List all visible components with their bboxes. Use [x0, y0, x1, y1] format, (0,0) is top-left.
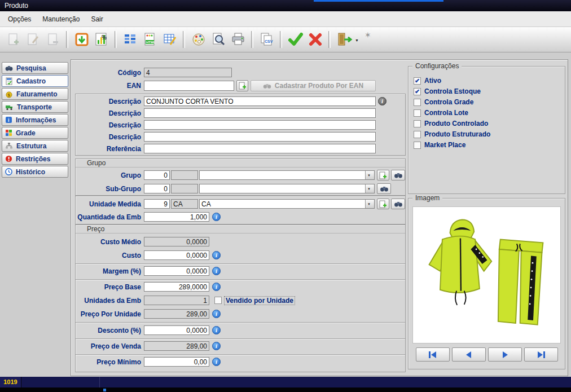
info-icon[interactable] — [212, 310, 221, 318]
confirm-icon[interactable] — [286, 30, 305, 50]
percent-report-icon[interactable]: % — [91, 30, 111, 50]
descricao-info-icon[interactable] — [378, 97, 386, 105]
toolbar-separator — [115, 31, 117, 48]
info-icon[interactable] — [212, 267, 221, 275]
checkbox-produto-controlado[interactable] — [414, 120, 421, 127]
menu-manutencao[interactable]: Manutenção — [37, 13, 85, 25]
sidebar-item-transporte[interactable]: Transporte — [2, 101, 68, 113]
unidade-code-field — [171, 199, 198, 209]
info-icon[interactable] — [212, 283, 221, 291]
info-icon[interactable] — [212, 326, 221, 334]
descricao1-label: Descrição — [73, 97, 141, 106]
subgrupo-combo[interactable] — [199, 184, 375, 193]
subgrupo-search-button[interactable] — [377, 183, 391, 194]
truck-icon — [5, 104, 14, 111]
dropdown-arrow-icon[interactable] — [365, 200, 374, 208]
dropdown-arrow-icon[interactable] — [365, 184, 374, 193]
preco-base-input[interactable] — [144, 282, 209, 292]
csv-copy-icon[interactable]: CSV — [257, 30, 276, 50]
exit-dropdown-caret-icon[interactable] — [355, 36, 359, 43]
info-icon[interactable] — [212, 342, 221, 350]
ean-input[interactable] — [144, 81, 234, 91]
descricao4-input[interactable] — [144, 132, 376, 142]
separator-line — [76, 263, 405, 265]
image-last-button[interactable] — [524, 347, 558, 362]
checkbox-controla-grade[interactable] — [414, 99, 421, 106]
referencia-input[interactable] — [144, 144, 376, 153]
new-record-icon[interactable] — [3, 30, 23, 50]
html-export-icon[interactable]: HTML — [140, 30, 160, 50]
dropdown-arrow-icon[interactable] — [365, 171, 374, 179]
grupo-search-button[interactable] — [391, 170, 405, 180]
cadastrar-por-ean-label: Cadastrar Produto Por EAN — [275, 82, 363, 90]
cancel-icon[interactable] — [305, 30, 325, 50]
menu-bar: Opções Manutenção Sair — [0, 11, 571, 27]
preco-minimo-label: Preço Mínimo — [73, 358, 141, 367]
sidebar-item-grade[interactable]: Grade — [2, 127, 68, 139]
unidade-num-input[interactable] — [144, 199, 170, 209]
printer-icon[interactable] — [228, 30, 248, 50]
save-import-icon[interactable] — [72, 30, 91, 50]
separator-line — [76, 322, 405, 323]
unidade-combo[interactable]: CA — [199, 199, 375, 209]
margem-label: Margem (%) — [73, 267, 141, 276]
image-first-button[interactable] — [416, 347, 450, 362]
subgrupo-num-input[interactable] — [144, 184, 170, 193]
grupo-num-input[interactable] — [144, 170, 170, 180]
margem-input[interactable] — [144, 266, 209, 276]
custo-medio-input — [144, 237, 209, 246]
info-icon[interactable] — [212, 251, 221, 259]
sidebar-item-pesquisa[interactable]: Pesquisa — [2, 62, 68, 74]
delete-record-icon[interactable] — [43, 30, 63, 50]
ean-lookup-button[interactable] — [236, 80, 248, 91]
ean-label: EAN — [73, 81, 141, 90]
grupo-combo[interactable] — [199, 170, 375, 180]
sidebar-item-label: Pesquisa — [16, 64, 46, 72]
checkbox-produto-estruturado[interactable] — [414, 131, 421, 138]
sidebar-item-historico[interactable]: Histórico — [2, 166, 68, 178]
grid-edit-icon[interactable] — [160, 30, 179, 50]
unidade-new-button[interactable] — [377, 199, 389, 209]
grupo-new-button[interactable] — [377, 170, 389, 180]
sidebar-item-label: Cadastro — [16, 77, 46, 85]
sidebar-item-estrutura[interactable]: Estrutura — [2, 140, 68, 152]
descricao3-input[interactable] — [144, 120, 376, 130]
sidebar-item-cadastro[interactable]: Cadastro — [2, 75, 68, 87]
sidebar-item-informacoes[interactable]: i Informações — [2, 114, 68, 126]
menu-opcoes[interactable]: Opções — [2, 13, 37, 25]
grupo-code-field — [171, 170, 198, 180]
binoculars-icon — [5, 65, 13, 72]
preview-zoom-icon[interactable] — [208, 30, 228, 50]
unidades-emb-input — [144, 296, 209, 305]
preco-minimo-input[interactable] — [144, 357, 209, 367]
desconto-input[interactable] — [144, 325, 209, 335]
checkbox-controla-estoque[interactable]: ✔ — [414, 88, 421, 95]
previous-icon — [463, 350, 475, 360]
column-list-icon[interactable] — [120, 30, 140, 50]
palette-icon[interactable] — [188, 30, 208, 50]
edit-record-icon[interactable] — [23, 30, 43, 50]
checkbox-ativo[interactable]: ✔ — [414, 77, 421, 85]
checkbox-controla-lote[interactable] — [414, 109, 421, 117]
checkbox-market-place[interactable] — [414, 142, 421, 149]
star-icon — [364, 30, 371, 39]
custo-input[interactable] — [144, 250, 209, 260]
descricao1-input[interactable] — [144, 96, 376, 106]
grupo-label: Grupo — [73, 171, 141, 180]
image-previous-button[interactable] — [452, 347, 486, 362]
info-icon[interactable] — [212, 358, 221, 366]
sidebar-item-restricoes[interactable]: Restrições — [2, 153, 68, 165]
vendido-por-unidade-checkbox[interactable] — [214, 297, 222, 304]
label-produto-controlado: Produto Controlado — [424, 120, 488, 127]
qtd-emb-input[interactable] — [144, 212, 209, 222]
codigo-input — [144, 68, 232, 77]
sidebar-item-faturamento[interactable]: $ Faturamento — [2, 88, 68, 100]
unidade-search-button[interactable] — [391, 199, 405, 209]
preco-por-unidade-label: Preço Por Unidade — [73, 310, 141, 319]
image-next-button[interactable] — [488, 347, 522, 362]
info-icon[interactable] — [212, 213, 221, 221]
exit-icon[interactable] — [334, 30, 354, 50]
descricao2-input[interactable] — [144, 108, 376, 118]
menu-sair[interactable]: Sair — [85, 13, 108, 25]
toolbar-separator — [66, 31, 68, 48]
